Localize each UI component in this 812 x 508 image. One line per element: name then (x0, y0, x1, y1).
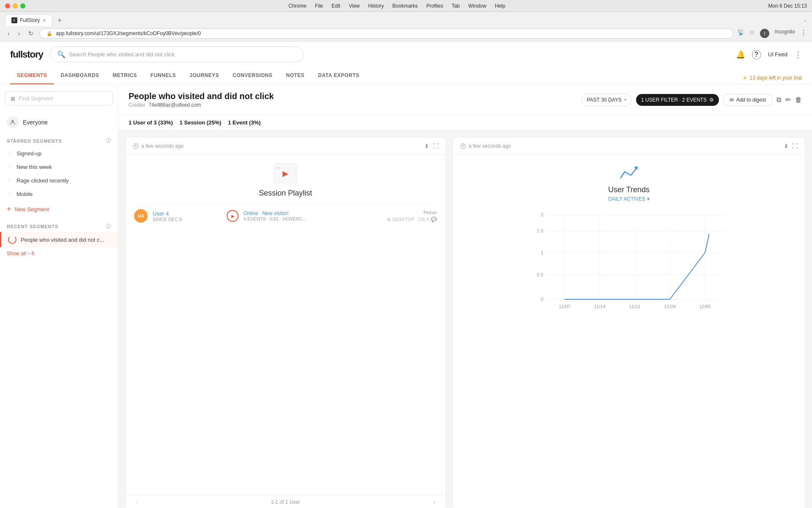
play-session-button[interactable]: ▶ (227, 210, 239, 222)
search-input-placeholder[interactable]: Search People who visited and did not cl… (69, 51, 296, 58)
ui-feed-button[interactable]: UI Feed (768, 51, 787, 58)
pagination-right-icon[interactable]: › (433, 499, 435, 505)
cast-icon[interactable]: 📡 (737, 29, 744, 38)
session-user-name[interactable]: User 4 (153, 210, 222, 217)
creator-email[interactable]: 74e988ac@uifeed.com (148, 102, 201, 108)
playlist-expand-icon[interactable]: ⛶ (433, 143, 439, 149)
minimize-button[interactable] (13, 3, 18, 8)
everyone-label: Everyone (23, 119, 48, 126)
tab-dashboards[interactable]: DASHBOARDS (54, 67, 106, 84)
x-label-1205: 12/05 (699, 304, 711, 309)
sidebar-item-people-not-click[interactable]: People who visited and did not c... (0, 232, 118, 247)
user-filter-tag[interactable]: 1 USER FILTER · 2 EVENTS ⚙ (636, 94, 719, 106)
user-trends-panel: 🕐 a few seconds ago ⬇ ⛶ (453, 137, 805, 508)
menu-tab[interactable]: Tab (452, 3, 460, 9)
notifications-icon[interactable]: 🔔 (736, 50, 745, 59)
trends-chart-svg: 2 1.5 1 0.5 0 (461, 209, 796, 319)
url-bar[interactable]: 🔒 app.fullstory.com/ui/173GXJ/segments/k… (39, 28, 734, 39)
delete-segment-button[interactable]: 🗑 (795, 96, 802, 104)
creator-prefix: Creator (129, 102, 145, 108)
menu-bookmarks[interactable]: Bookmarks (392, 3, 418, 9)
clock-icon: 🕐 (132, 143, 139, 149)
trends-timestamp: 🕐 a few seconds ago (460, 143, 511, 149)
browser-menu-icon[interactable]: ⋮ (800, 29, 807, 38)
tab-notes[interactable]: NOTES (279, 67, 311, 84)
main-layout: ▦ Find Segment Everyone STARRED SEGMENTS… (0, 85, 812, 508)
tab-funnels[interactable]: FUNNELS (144, 67, 183, 84)
tab-management-icon[interactable]: ⌄ (803, 17, 807, 23)
sidebar-item-new-this-week[interactable]: ☆ New this week (0, 160, 118, 174)
help-icon[interactable]: ? (752, 50, 761, 59)
trial-text: 13 days left in your trial (750, 75, 802, 81)
traffic-lights[interactable] (5, 3, 25, 8)
menu-history[interactable]: History (368, 3, 384, 9)
menu-profiles[interactable]: Profiles (426, 3, 443, 9)
recent-segments-header: RECENT SEGMENTS ⓘ (0, 218, 118, 232)
playlist-panel-actions: ⬇ ⛶ (424, 143, 439, 149)
desktop-icon: 🖥 (386, 217, 391, 222)
x-label-1107: 11/07 (559, 304, 571, 309)
sidebar-item-mobile[interactable]: ☆ Mobile (0, 187, 118, 201)
trends-chevron-icon: ▾ (647, 196, 650, 202)
tab-close-btn[interactable]: ✕ (42, 18, 46, 23)
stat-separator-1: · (176, 119, 177, 126)
tab-metrics[interactable]: METRICS (106, 67, 144, 84)
tab-segments[interactable]: SEGMENTS (10, 67, 54, 84)
sidebar: ▦ Find Segment Everyone STARRED SEGMENTS… (0, 85, 118, 508)
refresh-button[interactable]: ↻ (26, 29, 36, 38)
new-tab-button[interactable]: + (54, 15, 65, 26)
date-filter-button[interactable]: PAST 30 DAYS ▾ (582, 94, 632, 106)
new-segment-button[interactable]: + New Segment (0, 201, 118, 218)
sidebar-item-everyone[interactable]: Everyone (0, 112, 118, 133)
segment-controls: PAST 30 DAYS ▾ 1 USER FILTER · 2 EVENTS … (582, 94, 802, 106)
find-segment-input[interactable]: ▦ Find Segment (5, 91, 113, 105)
filter-tag-label: 1 USER FILTER · 2 EVENTS (641, 97, 707, 103)
add-to-digest-button[interactable]: ✉ Add to digest (723, 94, 772, 106)
playlist-download-icon[interactable]: ⬇ (424, 143, 429, 149)
recent-segments-label: RECENT SEGMENTS (7, 224, 58, 229)
edit-segment-button[interactable]: ✏ (785, 96, 791, 104)
menu-help[interactable]: Help (495, 3, 505, 9)
sidebar-item-rage-clicked[interactable]: ☆ Rage clicked recently (0, 174, 118, 187)
maximize-button[interactable] (20, 3, 25, 8)
app-menu-icon[interactable]: ⋮ (794, 50, 802, 59)
star-empty-icon: ☆ (7, 177, 12, 184)
trends-expand-icon[interactable]: ⛶ (792, 143, 798, 149)
session-status[interactable]: Online · New visitor! (244, 210, 381, 216)
trends-subtitle-button[interactable]: DAILY ACTIVES ▾ (608, 196, 650, 202)
new-segment-label: New Segment (15, 206, 49, 213)
search-bar[interactable]: 🔍 Search People who visited and did not … (50, 47, 304, 62)
avatar-icon[interactable]: I (760, 29, 769, 38)
menu-file[interactable]: File (315, 3, 323, 9)
menu-window[interactable]: Window (468, 3, 486, 9)
pagination-left-icon[interactable]: ‹ (136, 499, 137, 505)
menu-view[interactable]: View (349, 3, 360, 9)
close-button[interactable] (5, 3, 10, 8)
app-logo[interactable]: fullstory (10, 49, 43, 60)
tab-data-exports[interactable]: DATA EXPORTS (311, 67, 366, 84)
nav-row: SEGMENTS DASHBOARDS METRICS FUNNELS JOUR… (10, 67, 802, 84)
trends-panel-actions: ⬇ ⛶ (784, 143, 798, 149)
everyone-avatar-icon (7, 116, 19, 128)
menu-edit[interactable]: Edit (332, 3, 340, 9)
session-playlist-panel: 🕐 a few seconds ago ⬇ ⛶ ··· ▶ Session Pl… (125, 137, 446, 508)
starred-info-icon[interactable]: ⓘ (106, 138, 111, 144)
trial-notice[interactable]: ★ 13 days left in your trial (743, 75, 802, 84)
browser-tab-active[interactable]: F FullStory ✕ (5, 14, 52, 26)
x-label-1114: 11/14 (594, 304, 606, 309)
sidebar-item-signed-up[interactable]: ☆ Signed-up (0, 146, 118, 160)
forward-button[interactable]: › (16, 29, 23, 38)
tab-journeys[interactable]: JOURNEYS (183, 67, 226, 84)
copy-segment-button[interactable]: ⧉ (776, 96, 781, 104)
header-right-actions: 🔔 ? UI Feed ⋮ (736, 50, 802, 59)
main-nav-tabs: SEGMENTS DASHBOARDS METRICS FUNNELS JOUR… (10, 67, 366, 84)
show-all-link[interactable]: Show all – 6 (0, 247, 118, 260)
recent-info-icon[interactable]: ⓘ (106, 223, 111, 229)
session-details: Online · New visitor! 4 EVENTS · 0:01 · … (244, 210, 381, 221)
bookmark-icon[interactable]: ☆ (749, 29, 755, 38)
back-button[interactable]: ‹ (5, 29, 12, 38)
app-header: fullstory 🔍 Search People who visited an… (0, 41, 812, 85)
trends-download-icon[interactable]: ⬇ (784, 143, 789, 149)
menu-chrome[interactable]: Chrome (288, 3, 307, 9)
tab-conversions[interactable]: CONVERSIONS (226, 67, 279, 84)
